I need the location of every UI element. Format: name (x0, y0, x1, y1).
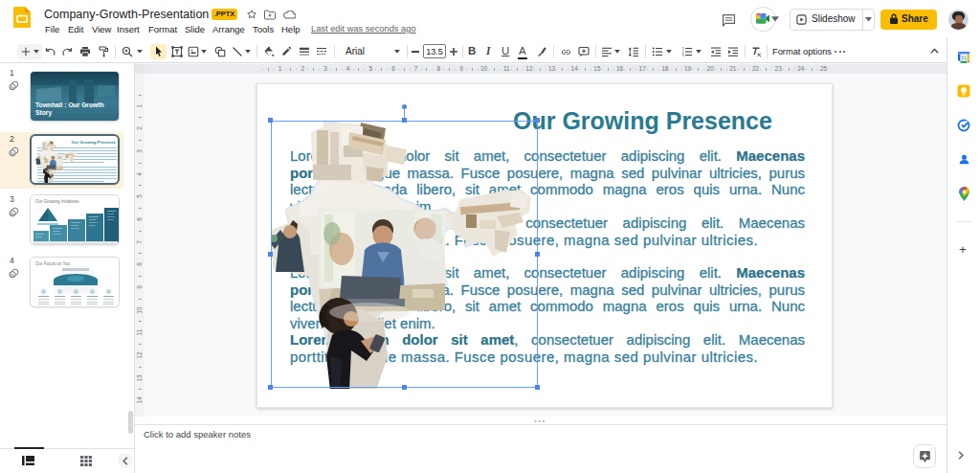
svg-text:3: 3 (682, 53, 685, 57)
svg-text:31: 31 (961, 55, 967, 60)
